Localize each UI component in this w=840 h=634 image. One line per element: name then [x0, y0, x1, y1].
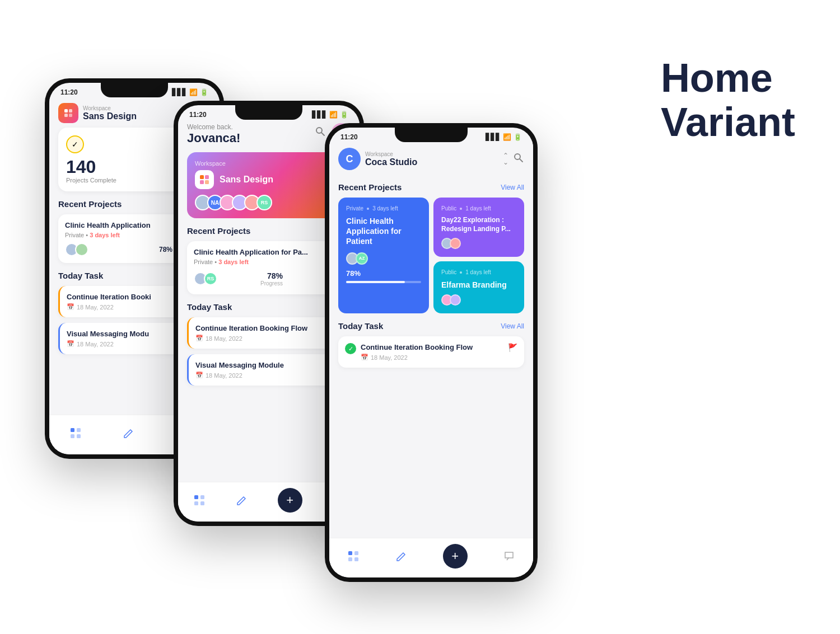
section-title-tt-1: Today Task: [58, 271, 103, 280]
workspace-logo-3: C: [338, 148, 361, 170]
banner-avatars: NA RS: [195, 195, 343, 210]
nav-home-1[interactable]: [69, 427, 82, 439]
svg-rect-23: [354, 551, 358, 555]
svg-rect-17: [200, 495, 204, 499]
section-title-rp-1: Recent Projects: [58, 199, 122, 209]
projects-grid-3: Private 3 days left Clinic Health Applic…: [338, 198, 524, 313]
svg-rect-2: [64, 114, 68, 117]
view-all-task-3[interactable]: View All: [501, 322, 524, 330]
notch-2: [235, 105, 302, 120]
workspace-logo-1: [58, 103, 78, 123]
today-task-header-3: Today Task View All: [338, 321, 524, 331]
task-check-icon-3: ✓: [345, 343, 356, 354]
nav-edit-3[interactable]: [395, 550, 407, 562]
status-icons-1: ▋▋▋ 📶 🔋: [172, 88, 208, 96]
svg-rect-10: [200, 175, 204, 179]
svg-rect-0: [64, 109, 68, 112]
notch-1: [101, 83, 168, 97]
time-2: 11:20: [189, 111, 207, 119]
svg-rect-7: [77, 434, 81, 438]
workspace-banner-name: Sans Design: [220, 175, 273, 185]
workspace-banner-row: Sans Design: [195, 170, 343, 189]
search-icon-3[interactable]: [513, 152, 524, 166]
chevron-icon-3[interactable]: ⌃⌄: [503, 152, 508, 166]
phone-3-content: C Workspace Coca Studio ⌃⌄ Recent Projec…: [329, 141, 533, 574]
avatar-group-1-0: [65, 243, 88, 256]
phone-3: 11:20 ▋▋▋ 📶 🔋 C Workspace Coca Studio ⌃⌄: [325, 123, 538, 582]
task-flag-icon-3: 🚩: [508, 343, 517, 352]
phone-3-screen: 11:20 ▋▋▋ 📶 🔋 C Workspace Coca Studio ⌃⌄: [329, 128, 533, 577]
workspace-banner-label: Workspace: [195, 160, 343, 167]
workspace-info-3: Workspace Coca Studio: [365, 151, 503, 167]
svg-line-9: [321, 133, 324, 135]
svg-rect-22: [348, 551, 352, 555]
welcome-sub: Welcome back.: [187, 123, 240, 131]
nav-add-3[interactable]: +: [443, 544, 468, 569]
nav-add-2[interactable]: +: [278, 488, 302, 513]
svg-line-21: [520, 159, 522, 162]
svg-rect-3: [69, 114, 72, 117]
check-icon-1: ✓: [66, 135, 84, 153]
notch-3: [395, 128, 468, 142]
nav-edit-1[interactable]: [122, 427, 134, 439]
svg-rect-11: [205, 175, 209, 179]
nav-home-3[interactable]: [347, 550, 360, 562]
project-card-3-2[interactable]: Public 1 days left Elfarma Branding: [433, 261, 524, 313]
svg-rect-5: [77, 428, 81, 432]
svg-rect-18: [194, 501, 198, 505]
search-icon-2[interactable]: [315, 126, 326, 139]
bottom-nav-3: +: [329, 538, 533, 577]
project-card-3-1[interactable]: Public 1 days left Day22 Exploration : R…: [433, 198, 524, 257]
svg-rect-25: [354, 557, 358, 561]
workspace-banner-logo: [195, 170, 214, 189]
task-item-3-0[interactable]: ✓ Continue Iteration Booking Flow 📅 18 M…: [338, 336, 524, 368]
svg-rect-6: [71, 434, 74, 438]
time-1: 11:20: [60, 88, 78, 96]
time-3: 11:20: [340, 133, 358, 141]
svg-rect-13: [205, 180, 209, 184]
svg-rect-4: [71, 428, 74, 432]
recent-projects-header-3: Recent Projects View All: [338, 182, 524, 192]
welcome-name: Jovanca!: [187, 131, 240, 145]
project-card-3-0[interactable]: Private 3 days left Clinic Health Applic…: [338, 198, 429, 313]
view-all-3[interactable]: View All: [501, 184, 524, 191]
phone-3-header: C Workspace Coca Studio ⌃⌄: [338, 141, 524, 175]
svg-rect-19: [200, 501, 204, 505]
svg-rect-1: [69, 109, 72, 112]
svg-rect-12: [200, 180, 204, 184]
svg-rect-16: [194, 495, 198, 499]
nav-chat-3[interactable]: [503, 550, 515, 562]
workspace-info-1: Workspace Sans Design: [83, 105, 180, 121]
nav-edit-2[interactable]: [235, 494, 248, 506]
svg-rect-24: [348, 557, 352, 561]
nav-home-2[interactable]: [193, 494, 206, 506]
page-title: Home Variant: [661, 56, 795, 144]
